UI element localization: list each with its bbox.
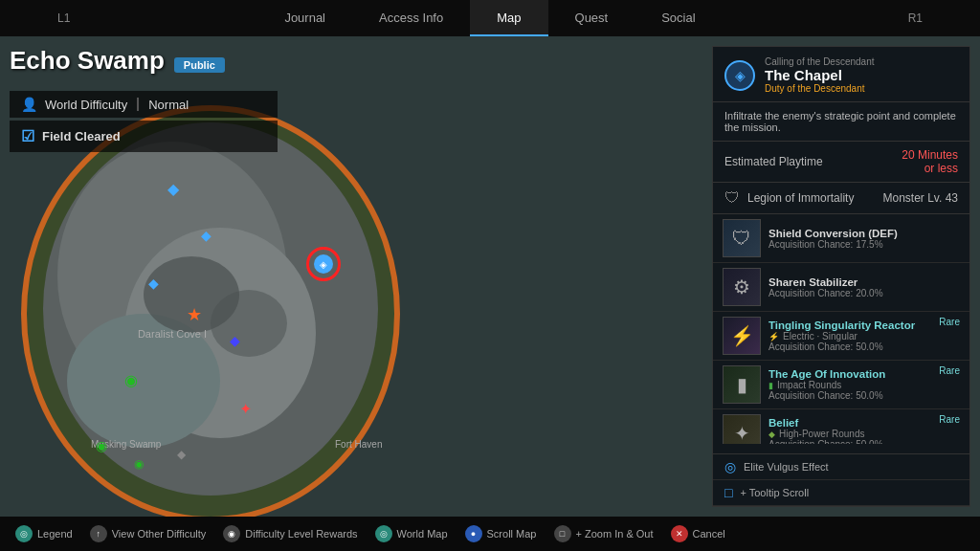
left-panel: Echo Swamp Public 👤 World Difficulty Nor… [10, 46, 278, 155]
rare-badge-4: Rare [939, 365, 960, 376]
mission-icon: ◈ [724, 60, 755, 91]
map-icon-green: ◉ [124, 371, 138, 389]
loot-item-5: ✦ Belief ◆ High-Power Rounds Acquisition… [713, 409, 969, 444]
tab-journal[interactable]: Journal [257, 0, 352, 36]
loot-name-3: Tingling Singularity Reactor [768, 320, 931, 331]
svg-text:Daralist Cove I: Daralist Cove I [138, 328, 207, 340]
difficulty-rewards-item[interactable]: ◉ Difficulty Level Rewards [223, 525, 357, 542]
tab-access-info[interactable]: Access Info [352, 0, 470, 36]
loot-chance-1: Acquisition Chance: 17.5% [768, 239, 960, 250]
person-icon: 👤 [21, 97, 37, 112]
mission-info: Calling of the Descendant The Chapel Dut… [765, 56, 875, 94]
selected-location-marker[interactable]: ◈ [306, 247, 341, 281]
view-difficulty-item[interactable]: ↑ View Other Difficulty [90, 525, 207, 542]
loot-name-5: Belief [768, 417, 931, 429]
loot-img-4: ▮ [723, 365, 761, 404]
cancel-item[interactable]: ✕ Cancel [671, 525, 725, 542]
zone-title: Echo Swamp [10, 46, 165, 76]
elite-icon: ◎ [724, 459, 736, 474]
loot-img-5: ✦ [723, 414, 761, 444]
difficulty-rewards-icon: ◉ [223, 525, 240, 542]
field-cleared-row: ☑ Field Cleared [10, 121, 278, 152]
loot-item-1: 🛡 Shield Conversion (DEF) Acquisition Ch… [713, 214, 969, 263]
loot-chance-2: Acquisition Chance: 20.0% [768, 288, 960, 298]
map-icon-green2: ◉ [96, 438, 107, 453]
world-map-item[interactable]: ◎ World Map [375, 525, 448, 542]
tooltip-icon: □ [724, 485, 732, 500]
loot-name-2: Sharen Stabilizer [768, 276, 960, 288]
l1-icon: L1 [57, 11, 70, 25]
scroll-map-icon: ● [465, 525, 482, 542]
legend-item[interactable]: ◎ Legend [15, 525, 73, 542]
map-icon-red: ✦ [239, 400, 252, 418]
loot-img-3: ⚡ [723, 317, 761, 355]
tab-map[interactable]: Map [470, 0, 547, 36]
map-icon-2: ◆ [201, 228, 212, 243]
loot-sub-3: ⚡ Electric · Singular [768, 331, 931, 342]
world-difficulty-row: 👤 World Difficulty Normal [10, 91, 278, 118]
map-icon-blue: ◆ [230, 333, 240, 348]
bottom-bar: ◎ Legend ↑ View Other Difficulty ◉ Diffi… [0, 517, 980, 551]
zoom-item[interactable]: □ + Zoom In & Out [554, 525, 654, 542]
tab-quest[interactable]: Quest [548, 0, 635, 36]
mission-header: ◈ Calling of the Descendant The Chapel D… [713, 47, 969, 102]
zoom-icon: □ [554, 525, 571, 542]
panel-footer: ◎ Elite Vulgus Effect □ + Tooltip Scroll [713, 453, 969, 506]
playtime-value: 20 Minutesor less [902, 148, 958, 175]
view-difficulty-icon: ↑ [90, 525, 107, 542]
loot-name-4: The Age Of Innovation [768, 368, 931, 380]
location-icon: ◈ [314, 254, 333, 274]
loot-name-1: Shield Conversion (DEF) [768, 228, 960, 239]
cancel-icon: ✕ [671, 525, 688, 542]
rare-badge-5: Rare [939, 414, 960, 425]
loot-item-3: ⚡ Tingling Singularity Reactor ⚡ Electri… [713, 312, 969, 361]
svg-text:Fort Haven: Fort Haven [335, 439, 382, 450]
loot-sub-5: ◆ High-Power Rounds [768, 429, 931, 439]
enemy-row: 🛡 Legion of Immortality Monster Lv. 43 [713, 183, 969, 214]
legend-icon: ◎ [15, 525, 33, 542]
map-icon-enemy: ★ [187, 304, 202, 325]
right-panel: ◈ Calling of the Descendant The Chapel D… [712, 46, 970, 507]
world-map-icon: ◎ [375, 525, 392, 542]
r1-icon: R1 [908, 11, 923, 25]
mission-description: Infiltrate the enemy's strategic point a… [713, 102, 969, 142]
playtime-row: Estimated Playtime 20 Minutesor less [713, 142, 969, 183]
rare-badge-3: Rare [939, 317, 960, 327]
loot-list: 🛡 Shield Conversion (DEF) Acquisition Ch… [713, 214, 969, 444]
loot-item-4: ▮ The Age Of Innovation ▮ Impact Rounds … [713, 361, 969, 409]
elite-vulgus-item: ◎ Elite Vulgus Effect [713, 454, 969, 480]
loot-img-1: 🛡 [723, 219, 761, 257]
check-icon: ☑ [21, 127, 34, 145]
enemy-icon: 🛡 [724, 189, 740, 207]
map-icon-1: ◆ [167, 180, 179, 198]
svg-point-6 [211, 290, 287, 357]
top-navigation: L1 Journal Access Info Map Quest Social … [0, 0, 980, 36]
loot-img-2: ⚙ [723, 268, 761, 306]
map-icon-green3: ◉ [134, 457, 144, 471]
tab-social[interactable]: Social [635, 0, 722, 36]
public-badge: Public [174, 57, 225, 73]
tooltip-scroll-item: □ + Tooltip Scroll [713, 480, 969, 506]
loot-item-2: ⚙ Sharen Stabilizer Acquisition Chance: … [713, 263, 969, 312]
map-icon-3: ◆ [148, 276, 159, 291]
loot-sub-4: ▮ Impact Rounds [768, 380, 931, 390]
scroll-map-item[interactable]: ● Scroll Map [465, 525, 537, 542]
map-icon-gray: ◆ [177, 448, 186, 461]
